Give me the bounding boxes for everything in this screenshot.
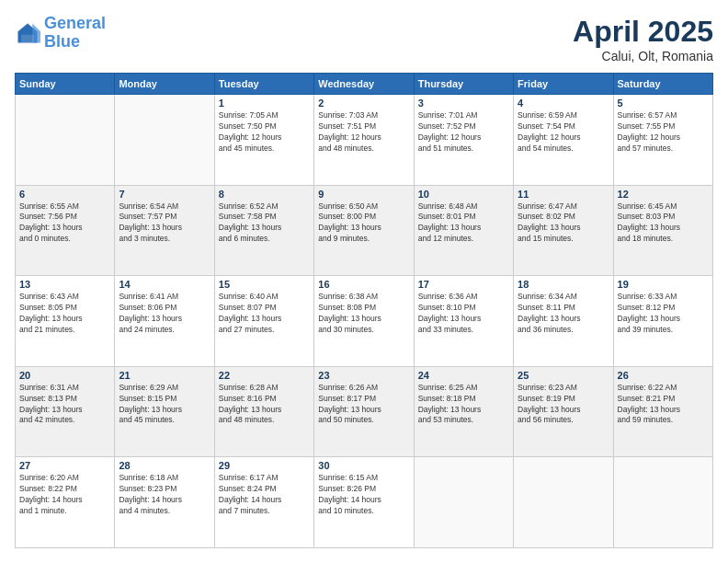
- day-number: 24: [418, 370, 509, 381]
- day-detail: Sunrise: 6:20 AMSunset: 8:22 PMDaylight:…: [19, 473, 110, 517]
- logo-blue: Blue: [44, 32, 80, 51]
- day-number: 11: [518, 189, 609, 200]
- day-number: 25: [518, 370, 609, 381]
- day-detail: Sunrise: 6:48 AMSunset: 8:01 PMDaylight:…: [418, 201, 509, 246]
- day-number: 20: [19, 370, 110, 381]
- calendar-header-friday: Friday: [514, 74, 613, 95]
- day-number: 8: [219, 189, 310, 200]
- calendar-header-wednesday: Wednesday: [314, 74, 414, 95]
- day-detail: Sunrise: 6:31 AMSunset: 8:13 PMDaylight:…: [19, 383, 110, 427]
- day-number: 5: [618, 98, 709, 109]
- day-detail: Sunrise: 6:50 AMSunset: 8:00 PMDaylight:…: [318, 201, 409, 246]
- calendar-cell: [414, 457, 513, 548]
- calendar-cell: 6Sunrise: 6:55 AMSunset: 7:56 PMDaylight…: [16, 185, 115, 276]
- calendar-header-row: SundayMondayTuesdayWednesdayThursdayFrid…: [16, 74, 713, 95]
- day-detail: Sunrise: 6:55 AMSunset: 7:56 PMDaylight:…: [19, 201, 110, 246]
- calendar-week-row: 13Sunrise: 6:43 AMSunset: 8:05 PMDayligh…: [16, 276, 713, 367]
- day-number: 7: [119, 189, 210, 200]
- day-detail: Sunrise: 6:15 AMSunset: 8:26 PMDaylight:…: [318, 473, 409, 517]
- day-detail: Sunrise: 6:25 AMSunset: 8:18 PMDaylight:…: [418, 383, 509, 427]
- day-detail: Sunrise: 6:34 AMSunset: 8:11 PMDaylight:…: [518, 292, 609, 336]
- calendar-header-monday: Monday: [115, 74, 214, 95]
- calendar-header-thursday: Thursday: [414, 74, 513, 95]
- day-number: 15: [219, 279, 310, 290]
- day-number: 23: [318, 370, 409, 381]
- calendar-table: SundayMondayTuesdayWednesdayThursdayFrid…: [15, 73, 713, 548]
- calendar-cell: 17Sunrise: 6:36 AMSunset: 8:10 PMDayligh…: [414, 276, 513, 367]
- day-number: 4: [518, 98, 609, 109]
- day-detail: Sunrise: 6:45 AMSunset: 8:03 PMDaylight:…: [618, 201, 709, 246]
- calendar-cell: 14Sunrise: 6:41 AMSunset: 8:06 PMDayligh…: [115, 276, 214, 367]
- day-detail: Sunrise: 6:47 AMSunset: 8:02 PMDaylight:…: [518, 201, 609, 246]
- page: General Blue April 2025 Calui, Olt, Roma…: [0, 0, 728, 563]
- calendar-cell: [16, 95, 115, 186]
- day-detail: Sunrise: 6:23 AMSunset: 8:19 PMDaylight:…: [518, 383, 609, 427]
- day-detail: Sunrise: 6:59 AMSunset: 7:54 PMDaylight:…: [518, 110, 609, 155]
- calendar-cell: 23Sunrise: 6:26 AMSunset: 8:17 PMDayligh…: [314, 366, 414, 457]
- logo-icon: [15, 20, 40, 46]
- header: General Blue April 2025 Calui, Olt, Roma…: [15, 15, 713, 63]
- calendar-header-tuesday: Tuesday: [214, 74, 313, 95]
- day-detail: Sunrise: 7:03 AMSunset: 7:51 PMDaylight:…: [318, 110, 409, 155]
- day-number: 22: [219, 370, 310, 381]
- day-number: 17: [418, 279, 509, 290]
- subtitle: Calui, Olt, Romania: [573, 49, 713, 63]
- calendar-cell: 22Sunrise: 6:28 AMSunset: 8:16 PMDayligh…: [214, 366, 313, 457]
- calendar-cell: 7Sunrise: 6:54 AMSunset: 7:57 PMDaylight…: [115, 185, 214, 276]
- calendar-cell: 2Sunrise: 7:03 AMSunset: 7:51 PMDaylight…: [314, 95, 414, 186]
- day-number: 14: [119, 279, 210, 290]
- day-number: 12: [618, 189, 709, 200]
- calendar-cell: 4Sunrise: 6:59 AMSunset: 7:54 PMDaylight…: [514, 95, 613, 186]
- calendar-cell: 1Sunrise: 7:05 AMSunset: 7:50 PMDaylight…: [214, 95, 313, 186]
- day-detail: Sunrise: 6:26 AMSunset: 8:17 PMDaylight:…: [318, 383, 409, 427]
- svg-rect-2: [21, 35, 34, 43]
- logo-general: General: [44, 14, 106, 32]
- calendar-cell: 15Sunrise: 6:40 AMSunset: 8:07 PMDayligh…: [214, 276, 313, 367]
- day-number: 19: [618, 279, 709, 290]
- day-detail: Sunrise: 6:29 AMSunset: 8:15 PMDaylight:…: [119, 383, 210, 427]
- day-detail: Sunrise: 6:36 AMSunset: 8:10 PMDaylight:…: [418, 292, 509, 336]
- day-number: 13: [19, 279, 110, 290]
- calendar-cell: 3Sunrise: 7:01 AMSunset: 7:52 PMDaylight…: [414, 95, 513, 186]
- calendar-cell: 25Sunrise: 6:23 AMSunset: 8:19 PMDayligh…: [514, 366, 613, 457]
- calendar-week-row: 27Sunrise: 6:20 AMSunset: 8:22 PMDayligh…: [16, 457, 713, 548]
- day-detail: Sunrise: 6:41 AMSunset: 8:06 PMDaylight:…: [119, 292, 210, 336]
- calendar-cell: 12Sunrise: 6:45 AMSunset: 8:03 PMDayligh…: [613, 185, 712, 276]
- calendar-week-row: 20Sunrise: 6:31 AMSunset: 8:13 PMDayligh…: [16, 366, 713, 457]
- day-detail: Sunrise: 6:18 AMSunset: 8:23 PMDaylight:…: [119, 473, 210, 517]
- calendar-cell: 27Sunrise: 6:20 AMSunset: 8:22 PMDayligh…: [16, 457, 115, 548]
- calendar-cell: 20Sunrise: 6:31 AMSunset: 8:13 PMDayligh…: [16, 366, 115, 457]
- day-number: 29: [219, 460, 310, 471]
- day-number: 28: [119, 460, 210, 471]
- calendar-cell: 18Sunrise: 6:34 AMSunset: 8:11 PMDayligh…: [514, 276, 613, 367]
- calendar-cell: 21Sunrise: 6:29 AMSunset: 8:15 PMDayligh…: [115, 366, 214, 457]
- calendar-cell: [613, 457, 712, 548]
- calendar-cell: 28Sunrise: 6:18 AMSunset: 8:23 PMDayligh…: [115, 457, 214, 548]
- day-detail: Sunrise: 7:05 AMSunset: 7:50 PMDaylight:…: [219, 110, 310, 155]
- day-number: 27: [19, 460, 110, 471]
- day-detail: Sunrise: 6:38 AMSunset: 8:08 PMDaylight:…: [318, 292, 409, 336]
- calendar-cell: [514, 457, 613, 548]
- day-detail: Sunrise: 6:33 AMSunset: 8:12 PMDaylight:…: [618, 292, 709, 336]
- calendar-header-sunday: Sunday: [16, 74, 115, 95]
- calendar-cell: 5Sunrise: 6:57 AMSunset: 7:55 PMDaylight…: [613, 95, 712, 186]
- day-number: 3: [418, 98, 509, 109]
- calendar-week-row: 1Sunrise: 7:05 AMSunset: 7:50 PMDaylight…: [16, 95, 713, 186]
- calendar-cell: 19Sunrise: 6:33 AMSunset: 8:12 PMDayligh…: [613, 276, 712, 367]
- title-block: April 2025 Calui, Olt, Romania: [573, 15, 713, 63]
- logo: General Blue: [15, 15, 106, 52]
- day-detail: Sunrise: 6:54 AMSunset: 7:57 PMDaylight:…: [119, 201, 210, 246]
- day-detail: Sunrise: 6:57 AMSunset: 7:55 PMDaylight:…: [618, 110, 709, 155]
- calendar-cell: 16Sunrise: 6:38 AMSunset: 8:08 PMDayligh…: [314, 276, 414, 367]
- calendar-cell: 9Sunrise: 6:50 AMSunset: 8:00 PMDaylight…: [314, 185, 414, 276]
- day-number: 1: [219, 98, 310, 109]
- day-number: 2: [318, 98, 409, 109]
- day-detail: Sunrise: 7:01 AMSunset: 7:52 PMDaylight:…: [418, 110, 509, 155]
- day-number: 6: [19, 189, 110, 200]
- calendar-cell: 13Sunrise: 6:43 AMSunset: 8:05 PMDayligh…: [16, 276, 115, 367]
- calendar-header-saturday: Saturday: [613, 74, 712, 95]
- calendar-cell: 8Sunrise: 6:52 AMSunset: 7:58 PMDaylight…: [214, 185, 313, 276]
- day-number: 18: [518, 279, 609, 290]
- calendar-cell: 29Sunrise: 6:17 AMSunset: 8:24 PMDayligh…: [214, 457, 313, 548]
- calendar-week-row: 6Sunrise: 6:55 AMSunset: 7:56 PMDaylight…: [16, 185, 713, 276]
